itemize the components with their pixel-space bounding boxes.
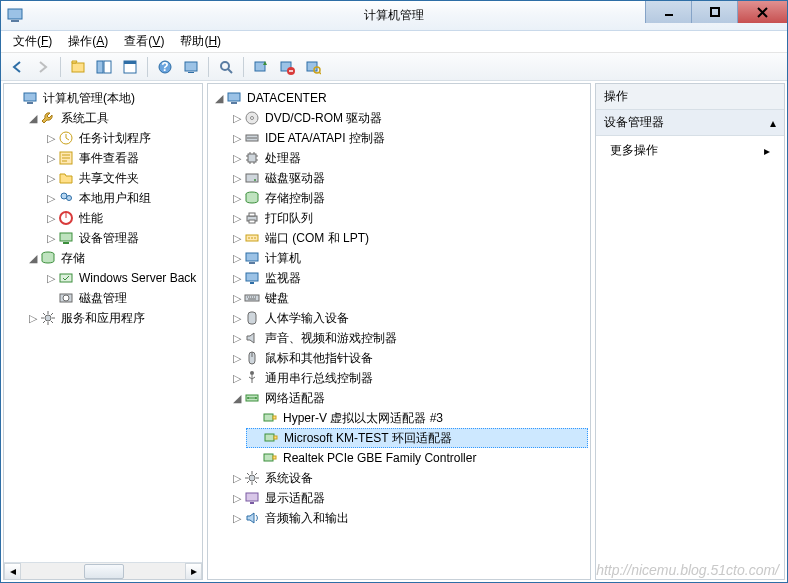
menu-help[interactable]: 帮助(H) <box>172 31 229 52</box>
device-category[interactable]: ▷打印队列 <box>228 208 588 228</box>
tree-label: 磁盘管理 <box>77 289 129 308</box>
device-category[interactable]: ▷存储控制器 <box>228 188 588 208</box>
device-network-adapter[interactable]: Hyper-V 虚拟以太网适配器 #3 <box>246 408 588 428</box>
svg-point-60 <box>247 397 249 399</box>
svg-point-68 <box>249 475 255 481</box>
event-icon <box>58 150 74 166</box>
tree-label: 服务和应用程序 <box>59 309 147 328</box>
svg-rect-30 <box>60 233 72 241</box>
nav-storage[interactable]: ◢存储 <box>24 248 200 268</box>
menu-view[interactable]: 查看(V) <box>116 31 172 52</box>
svg-text:?: ? <box>161 60 168 74</box>
device-category[interactable]: ▷显示适配器 <box>228 488 588 508</box>
device-category[interactable]: ▷IDE ATA/ATAPI 控制器 <box>228 128 588 148</box>
nav-storage-item[interactable]: ▷Windows Server Back <box>42 268 200 288</box>
device-category[interactable]: ▷声音、视频和游戏控制器 <box>228 328 588 348</box>
nav-storage-item[interactable]: 磁盘管理 <box>42 288 200 308</box>
nav-services[interactable]: ▷服务和应用程序 <box>24 308 200 328</box>
chevron-right-icon: ▸ <box>764 144 770 158</box>
device-category[interactable]: ▷处理器 <box>228 148 588 168</box>
navigation-tree[interactable]: 计算机管理(本地)◢系统工具▷任务计划程序▷事件查看器▷共享文件夹▷本地用户和组… <box>4 84 202 332</box>
storage-icon <box>244 190 260 206</box>
console-button[interactable] <box>179 55 203 79</box>
forward-button[interactable] <box>31 55 55 79</box>
tree-label: 本地用户和组 <box>77 189 153 208</box>
update-driver-button[interactable] <box>249 55 273 79</box>
svg-rect-54 <box>245 295 259 301</box>
svg-rect-22 <box>24 93 36 101</box>
device-category[interactable]: ▷键盘 <box>228 288 588 308</box>
help-button[interactable]: ? <box>153 55 177 79</box>
tree-label: Windows Server Back <box>77 270 198 286</box>
tree-label: 计算机 <box>263 249 303 268</box>
scroll-thumb[interactable] <box>84 564 124 579</box>
scan-hardware-button[interactable] <box>301 55 325 79</box>
device-category[interactable]: ▷计算机 <box>228 248 588 268</box>
computer-icon <box>226 90 242 106</box>
svg-rect-23 <box>27 102 33 104</box>
device-network-adapter[interactable]: Realtek PCIe GBE Family Controller <box>246 448 588 468</box>
menu-file[interactable]: 文件(F) <box>5 31 60 52</box>
nav-system-tools[interactable]: ◢系统工具 <box>24 108 200 128</box>
scroll-right-button[interactable]: ▸ <box>185 563 202 580</box>
nav-systool-item[interactable]: ▷任务计划程序 <box>42 128 200 148</box>
svg-line-21 <box>319 72 321 74</box>
device-network-category[interactable]: ◢网络适配器 <box>228 388 588 408</box>
nav-systool-item[interactable]: ▷共享文件夹 <box>42 168 200 188</box>
show-hide-tree-button[interactable] <box>92 55 116 79</box>
uninstall-button[interactable] <box>275 55 299 79</box>
tree-label: DVD/CD-ROM 驱动器 <box>263 109 384 128</box>
tree-label: 系统设备 <box>263 469 315 488</box>
svg-rect-52 <box>246 273 258 281</box>
device-category[interactable]: ▷鼠标和其他指针设备 <box>228 348 588 368</box>
up-button[interactable] <box>66 55 90 79</box>
app-icon <box>7 8 23 24</box>
svg-rect-51 <box>249 262 255 264</box>
cpu-icon <box>244 150 260 166</box>
properties-button[interactable] <box>118 55 142 79</box>
back-button[interactable] <box>5 55 29 79</box>
window-buttons <box>645 1 787 23</box>
device-category[interactable]: ▷监视器 <box>228 268 588 288</box>
close-button[interactable] <box>737 1 787 23</box>
device-category[interactable]: ▷DVD/CD-ROM 驱动器 <box>228 108 588 128</box>
left-scrollbar[interactable]: ◂ ▸ <box>4 562 202 579</box>
actions-more[interactable]: 更多操作 ▸ <box>596 136 784 165</box>
nav-systool-item[interactable]: ▷设备管理器 <box>42 228 200 248</box>
titlebar: 计算机管理 <box>1 1 787 31</box>
device-tree[interactable]: ◢DATACENTER▷DVD/CD-ROM 驱动器▷IDE ATA/ATAPI… <box>208 84 590 532</box>
computer-icon <box>244 250 260 266</box>
minimize-button[interactable] <box>645 1 691 23</box>
menu-action[interactable]: 操作(A) <box>60 31 116 52</box>
window-frame: 计算机管理 文件(F) 操作(A) 查看(V) 帮助(H) ? 计算机管理(本地… <box>0 0 788 583</box>
nav-systool-item[interactable]: ▷本地用户和组 <box>42 188 200 208</box>
scroll-left-button[interactable]: ◂ <box>4 563 21 580</box>
device-network-adapter[interactable]: Microsoft KM-TEST 环回适配器 <box>246 428 588 448</box>
navigation-tree-pane: 计算机管理(本地)◢系统工具▷任务计划程序▷事件查看器▷共享文件夹▷本地用户和组… <box>3 83 203 580</box>
device-tree-pane: ◢DATACENTER▷DVD/CD-ROM 驱动器▷IDE ATA/ATAPI… <box>207 83 591 580</box>
nav-systool-item[interactable]: ▷事件查看器 <box>42 148 200 168</box>
device-root[interactable]: ◢DATACENTER <box>210 88 588 108</box>
svg-point-58 <box>250 371 254 375</box>
nav-systool-item[interactable]: ▷性能 <box>42 208 200 228</box>
maximize-button[interactable] <box>691 1 737 23</box>
tree-label: 监视器 <box>263 269 303 288</box>
keyboard-icon <box>244 290 260 306</box>
find-button[interactable] <box>214 55 238 79</box>
device-category[interactable]: ▷系统设备 <box>228 468 588 488</box>
actions-subtitle[interactable]: 设备管理器 ▴ <box>596 110 784 136</box>
nav-root[interactable]: 计算机管理(本地) <box>6 88 200 108</box>
svg-rect-63 <box>273 416 276 419</box>
svg-rect-42 <box>248 154 256 162</box>
device-category[interactable]: ▷端口 (COM 和 LPT) <box>228 228 588 248</box>
device-category[interactable]: ▷音频输入和输出 <box>228 508 588 528</box>
device-category[interactable]: ▷磁盘驱动器 <box>228 168 588 188</box>
device-category[interactable]: ▷人体学输入设备 <box>228 308 588 328</box>
ide-icon <box>244 130 260 146</box>
computer-icon <box>22 90 38 106</box>
svg-rect-43 <box>246 174 258 182</box>
tree-label: 人体学输入设备 <box>263 309 351 328</box>
tree-label: DATACENTER <box>245 90 329 106</box>
tree-label: 音频输入和输出 <box>263 509 351 528</box>
device-category[interactable]: ▷通用串行总线控制器 <box>228 368 588 388</box>
